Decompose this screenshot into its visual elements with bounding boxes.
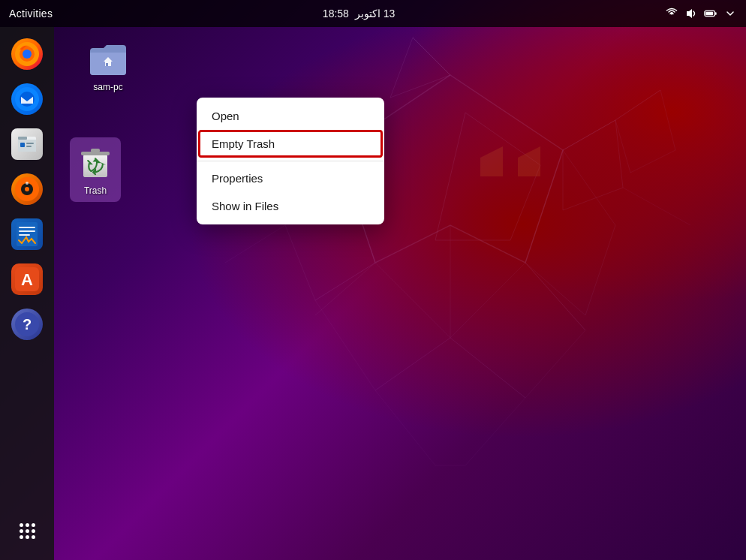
context-menu-separator — [197, 161, 384, 161]
svg-rect-43 — [19, 230, 35, 232]
rhythmbox-icon — [11, 173, 43, 205]
context-menu-properties[interactable]: Properties — [197, 164, 384, 192]
battery-icon[interactable] — [704, 7, 717, 20]
svg-marker-14 — [390, 38, 450, 98]
volume-icon[interactable] — [684, 7, 698, 20]
svg-marker-11 — [518, 146, 540, 176]
topbar: Activities 13 اکتوبر 18:58 — [0, 0, 746, 27]
svg-rect-35 — [26, 143, 34, 144]
topbar-date: 13 اکتوبر — [355, 8, 395, 20]
trash-icon — [76, 143, 115, 182]
dock-item-libreoffice[interactable] — [8, 215, 47, 254]
activities-button[interactable]: Activities — [9, 8, 53, 20]
svg-marker-10 — [480, 146, 503, 176]
svg-marker-17 — [450, 263, 585, 398]
topbar-time: 18:58 — [323, 8, 349, 20]
firefox-icon — [11, 38, 43, 70]
svg-point-39 — [25, 187, 29, 191]
svg-line-8 — [315, 263, 375, 315]
dock-item-rhythmbox[interactable] — [8, 170, 47, 209]
topbar-right — [665, 7, 737, 20]
app-grid-icon — [17, 520, 38, 542]
svg-rect-32 — [18, 137, 27, 140]
trash-label: Trash — [84, 185, 107, 196]
libreoffice-icon — [11, 218, 43, 250]
dock-item-firefox[interactable] — [8, 35, 47, 74]
context-menu: Open Empty Trash Properties Show in File… — [197, 98, 384, 224]
svg-rect-49 — [106, 63, 108, 66]
context-menu-show-in-files[interactable]: Show in Files — [197, 192, 384, 220]
svg-line-20 — [623, 188, 690, 225]
svg-rect-36 — [26, 146, 32, 147]
thunderbird-icon — [11, 83, 43, 115]
folder-icon — [89, 40, 128, 79]
svg-rect-25 — [705, 12, 713, 16]
sam-pc-label: sam-pc — [93, 82, 122, 92]
desktop-icon-trash[interactable]: Trash — [70, 137, 121, 202]
context-menu-open[interactable]: Open — [197, 102, 384, 130]
svg-rect-44 — [19, 234, 30, 236]
svg-marker-18 — [375, 338, 525, 465]
dock: A ? — [0, 27, 54, 560]
svg-point-40 — [26, 182, 29, 185]
help-icon: ? — [11, 309, 43, 340]
svg-marker-16 — [315, 263, 450, 390]
desktop-icon-sam-pc[interactable]: sam-pc — [83, 34, 134, 98]
svg-point-28 — [23, 50, 32, 59]
topbar-center: 13 اکتوبر 18:58 — [323, 8, 396, 20]
svg-rect-53 — [91, 149, 100, 152]
svg-marker-15 — [615, 90, 675, 173]
svg-text:?: ? — [23, 316, 32, 333]
files-icon — [11, 128, 43, 160]
svg-rect-24 — [715, 12, 717, 15]
network-icon[interactable] — [665, 7, 678, 20]
svg-line-19 — [225, 225, 285, 263]
svg-text:A: A — [21, 270, 33, 289]
context-menu-empty-trash[interactable]: Empty Trash — [198, 130, 383, 158]
appcenter-icon: A — [11, 263, 43, 295]
svg-marker-22 — [687, 9, 692, 18]
dock-item-appcenter[interactable]: A — [8, 260, 47, 299]
chevron-down-icon[interactable] — [723, 7, 737, 20]
dock-item-help[interactable]: ? — [8, 305, 47, 344]
dock-item-files[interactable] — [8, 125, 47, 164]
svg-marker-4 — [563, 120, 623, 210]
dock-item-show-apps[interactable] — [8, 509, 47, 548]
topbar-left: Activities — [9, 8, 53, 20]
svg-rect-34 — [20, 143, 25, 147]
svg-rect-42 — [19, 227, 35, 228]
dock-item-thunderbird[interactable] — [8, 80, 47, 119]
